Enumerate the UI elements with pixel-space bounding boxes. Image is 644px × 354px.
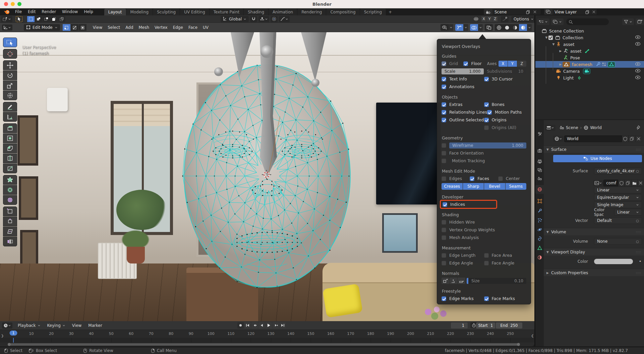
menu-render[interactable]: Render [39, 8, 59, 15]
end-frame-field[interactable]: End250 [496, 322, 522, 329]
checkbox-edge-length[interactable] [442, 253, 446, 258]
viewport-menu-face[interactable]: Face [186, 25, 200, 30]
current-frame-indicator[interactable]: 1 [10, 331, 17, 336]
overlay-option-edge-length[interactable]: Edge Length [442, 253, 484, 258]
checkbox-annotations[interactable] [442, 84, 446, 89]
wireframe-slider[interactable]: Wireframe1.000 [449, 142, 526, 149]
checkbox-center[interactable] [498, 176, 503, 181]
view-layer-selector[interactable]: View Layer [544, 9, 597, 15]
checkbox-face-area[interactable] [484, 253, 489, 258]
outliner-row-asset[interactable]: ▼asset [535, 41, 644, 48]
viewport-menu-edge[interactable]: Edge [170, 25, 186, 30]
unlink-world-icon[interactable] [635, 135, 642, 142]
viewport-shading-dropdown[interactable] [527, 24, 532, 31]
timeline-tick-area[interactable] [0, 338, 534, 343]
world-name-field[interactable]: World [564, 135, 622, 142]
current-frame-field[interactable]: 1 [451, 322, 468, 329]
properties-tab-scene[interactable] [535, 174, 544, 183]
properties-tab-physics[interactable] [535, 225, 544, 234]
timeline-editor-type-dropdown[interactable] [2, 322, 12, 329]
expand-down-icon[interactable]: ▼ [544, 36, 548, 39]
blender-logo-icon[interactable] [3, 9, 10, 15]
active-tool-indicator[interactable] [16, 16, 22, 22]
show-gizmo-dropdown[interactable] [463, 24, 468, 31]
overlay-option-faces[interactable]: Faces [470, 176, 498, 181]
axis-y-toggle[interactable]: Y [508, 61, 517, 67]
cursor-tool-button[interactable] [3, 49, 17, 59]
expand-down-icon[interactable]: ▼ [551, 43, 555, 46]
properties-editor-type-dropdown[interactable] [545, 125, 555, 131]
outliner-filter-image-dropdown[interactable] [551, 18, 564, 25]
expand-right-icon[interactable]: ▶ [559, 63, 563, 66]
checkbox-wireframe[interactable] [442, 143, 446, 148]
workspace-tab-animation[interactable]: Animation [269, 9, 297, 15]
checkbox-origins[interactable] [484, 118, 489, 122]
move-tool-button[interactable] [3, 60, 17, 70]
menu-window[interactable]: Window [59, 8, 81, 15]
checkbox-outline-selected[interactable] [442, 118, 446, 122]
workspace-tab-layout[interactable]: Layout [104, 9, 126, 15]
checkbox-floor[interactable] [463, 61, 468, 66]
record-button[interactable] [237, 322, 244, 329]
measure-tool-button[interactable] [3, 112, 17, 122]
bone-icon[interactable] [585, 49, 590, 53]
overlay-option-hidden-wire[interactable]: Hidden Wire [442, 220, 487, 225]
checkbox-edge-marks[interactable] [442, 296, 446, 301]
hide-in-viewport-icon[interactable] [635, 42, 641, 46]
checkbox-3d-cursor[interactable] [484, 77, 489, 81]
select-mode-intersect[interactable] [58, 16, 65, 22]
normals-size-slider[interactable]: Size0.10 [467, 278, 526, 284]
poly-build-tool-button[interactable] [3, 175, 17, 185]
overlay-option-face-angle[interactable]: Face Angle [484, 260, 527, 266]
xray-icon[interactable] [485, 24, 493, 31]
editor-type-dropdown[interactable] [2, 24, 12, 31]
transform-orientation-dropdown[interactable]: Global [221, 16, 249, 22]
color-swatch[interactable] [594, 259, 633, 264]
playhead-line[interactable] [13, 338, 14, 343]
vertex-select-mode-button[interactable] [63, 24, 70, 31]
breadcrumb-scene[interactable]: Scene [560, 125, 578, 130]
smooth-tool-button[interactable] [3, 195, 17, 205]
checkbox-face-orientation[interactable] [442, 151, 446, 156]
checkbox-bones[interactable] [484, 102, 489, 107]
properties-tab-modifiers[interactable] [535, 206, 544, 215]
hide-in-viewport-icon[interactable] [635, 35, 641, 39]
workspace-tab-scripting[interactable]: Scripting [360, 9, 386, 15]
wrench-icon[interactable] [596, 62, 600, 67]
start-frame-field[interactable]: Start1 [476, 322, 495, 329]
rotate-tool-button[interactable] [3, 70, 17, 80]
overlay-option-face-area[interactable]: Face Area [484, 253, 527, 258]
select-box-tool-button[interactable] [3, 38, 17, 47]
next-keyframe-button[interactable] [273, 322, 279, 329]
light-data-icon[interactable] [577, 75, 582, 80]
checkbox-faces[interactable] [470, 176, 474, 181]
scene-selector[interactable]: Scene [483, 9, 541, 15]
overlay-option-motion-paths[interactable]: Motion Paths [487, 110, 526, 115]
properties-tab-object-data[interactable] [535, 244, 544, 252]
axis-z-toggle[interactable]: Z [517, 61, 526, 67]
menu-edit[interactable]: Edit [25, 8, 39, 15]
delete-scene-icon[interactable] [531, 9, 538, 15]
overlay-option-origins[interactable]: Origins [484, 117, 527, 122]
workspace-tab-shading[interactable]: Shading [244, 9, 268, 15]
toggle-sharp[interactable]: Sharp [463, 183, 484, 190]
checkbox-mesh-analysis[interactable] [442, 235, 446, 240]
viewport-menu-view[interactable]: View [90, 25, 105, 30]
properties-tab-world[interactable] [535, 185, 544, 194]
viewport-display-panel-header[interactable]: ▼Viewport Display:::: [544, 248, 644, 255]
use-nodes-button[interactable]: Use Nodes [553, 155, 642, 162]
select-mode-subtract[interactable] [43, 16, 50, 22]
unlink-image-icon[interactable] [638, 180, 644, 186]
hide-in-viewport-icon[interactable] [635, 75, 641, 79]
overlay-option-face-orientation[interactable]: Face Orientation [442, 151, 487, 156]
3d-viewport[interactable]: Edit Mode ViewSelectAddMeshVertexEdgeFac… [0, 23, 534, 321]
outliner-row-camera[interactable]: Camera [535, 68, 644, 74]
checkbox-origins-all-[interactable] [484, 125, 489, 130]
shading-rendered-icon[interactable] [519, 24, 527, 31]
checkbox-edge-angle[interactable] [442, 261, 446, 266]
outliner-display-mode-dropdown[interactable] [537, 18, 549, 25]
new-scene-icon[interactable] [525, 9, 531, 15]
timeline-menu-view[interactable]: View [69, 323, 85, 328]
outliner-row-scene-collection[interactable]: Scene Collection [535, 27, 644, 34]
outliner-search-input[interactable] [566, 18, 609, 25]
